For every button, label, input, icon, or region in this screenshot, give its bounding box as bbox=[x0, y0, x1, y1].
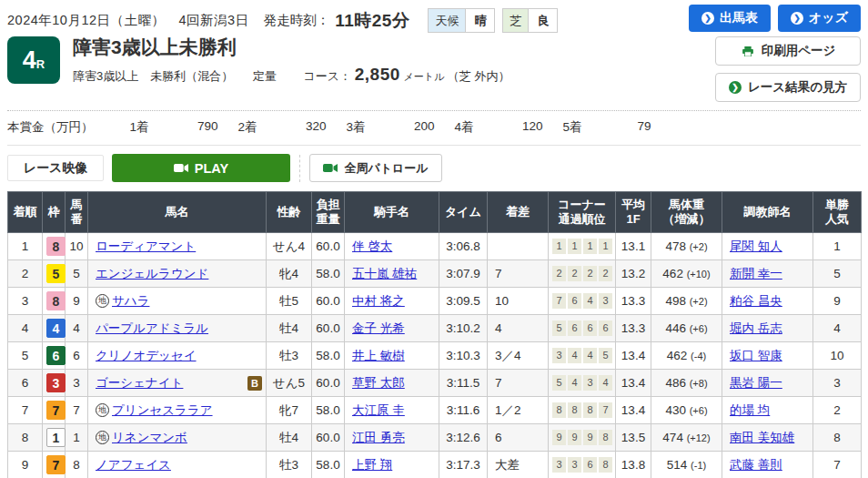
column-header: 性齢 bbox=[267, 192, 312, 233]
start-time-label: 発走時刻： bbox=[264, 12, 330, 29]
corner-position: 1 bbox=[599, 239, 612, 253]
trainer-link[interactable]: 武藤 善則 bbox=[730, 458, 782, 472]
corner-position: 8 bbox=[568, 402, 581, 417]
jockey-cell: 大江原 圭 bbox=[345, 397, 439, 424]
horse-name-link[interactable]: サハラ bbox=[112, 293, 149, 310]
corner-position: 3 bbox=[552, 348, 566, 362]
corner-position: 9 bbox=[552, 430, 566, 444]
weather-value: 晴 bbox=[465, 9, 494, 32]
jockey-link[interactable]: 伴 啓太 bbox=[352, 239, 392, 253]
race-video-button[interactable]: レース映像 bbox=[7, 155, 104, 181]
table-row: 255エンジェルラウンド牝458.0五十嵐 雄祐3:07.97222213.24… bbox=[8, 260, 862, 288]
column-header: 調教師名 bbox=[722, 192, 813, 233]
body-weight: 514 bbox=[667, 458, 691, 472]
print-page-button[interactable]: 印刷用ページ bbox=[715, 36, 861, 66]
prize-place: 4着 bbox=[455, 119, 474, 136]
body-weight-diff: (-1) bbox=[691, 460, 706, 471]
horse-name-link[interactable]: リネンマンボ bbox=[112, 430, 187, 446]
corner-position: 7 bbox=[552, 293, 566, 308]
column-header: 負担 重量 bbox=[312, 192, 345, 233]
horse-number: 5 bbox=[66, 260, 88, 288]
trainer-link[interactable]: 南田 美知雄 bbox=[730, 431, 794, 444]
corner-position: 8 bbox=[599, 457, 612, 472]
finish-position: 8 bbox=[8, 424, 43, 452]
finish-position: 3 bbox=[8, 288, 43, 315]
jockey-link[interactable]: 金子 光希 bbox=[352, 321, 405, 335]
horse-name-link[interactable]: プリンセスララア bbox=[112, 402, 213, 419]
win-popularity: 2 bbox=[813, 397, 862, 424]
prize-amount: 200 bbox=[404, 119, 435, 136]
prize-amount: 120 bbox=[512, 119, 543, 136]
trainer-cell: 坂口 智康 bbox=[722, 342, 813, 370]
horse-name-link[interactable]: ノアフェイス bbox=[96, 457, 171, 473]
finish-time: 3:12.6 bbox=[439, 424, 488, 452]
horse-name-link[interactable]: クリノオデッセイ bbox=[96, 348, 197, 364]
horse-name-link[interactable]: パープルアドミラル bbox=[96, 320, 208, 337]
body-weight-cell: 474 (+12) bbox=[651, 424, 722, 452]
horse-cell: ノアフェイス bbox=[88, 452, 267, 478]
jockey-link[interactable]: 大江原 圭 bbox=[352, 403, 405, 417]
odds-button[interactable]: ❯ オッズ bbox=[778, 5, 861, 32]
column-header: タイム bbox=[439, 192, 488, 233]
patrol-video-button[interactable]: 全周パトロール bbox=[309, 154, 442, 182]
odds-button-label: オッズ bbox=[809, 10, 848, 26]
corner-position: 5 bbox=[552, 375, 566, 390]
corners-cell: 5434 bbox=[549, 370, 616, 397]
course-note: （芝 外内） bbox=[448, 69, 510, 83]
finish-time: 3:10.3 bbox=[439, 342, 488, 370]
top-right-buttons: ❯ 出馬表 ❯ オッズ bbox=[689, 5, 861, 32]
jockey-cell: 金子 光希 bbox=[345, 315, 439, 342]
trainer-link[interactable]: 粕谷 昌央 bbox=[730, 294, 782, 308]
jockey-link[interactable]: 江田 勇亮 bbox=[352, 431, 405, 444]
corner-positions: 5666 bbox=[552, 320, 612, 335]
sex-age: 牝7 bbox=[267, 397, 312, 424]
jockey-link[interactable]: 五十嵐 雄祐 bbox=[352, 267, 417, 280]
race-date: 2024年10月12日（土曜） 4回新潟3日 bbox=[7, 12, 249, 29]
horse-name-cell: エンジェルラウンド bbox=[96, 266, 262, 282]
trainer-link[interactable]: 的場 均 bbox=[730, 403, 770, 417]
prize-amount: 320 bbox=[296, 119, 327, 136]
entries-button[interactable]: ❯ 出馬表 bbox=[689, 5, 771, 32]
carried-weight: 60.0 bbox=[312, 315, 345, 342]
patrol-label: 全周パトロール bbox=[344, 160, 428, 177]
horse-name-link[interactable]: ローディアマント bbox=[96, 239, 196, 255]
win-popularity: 7 bbox=[813, 452, 862, 478]
carried-weight: 60.0 bbox=[312, 370, 345, 397]
corner-position: 4 bbox=[583, 348, 597, 362]
horse-name-link[interactable]: エンジェルラウンド bbox=[96, 266, 208, 282]
corner-position: 6 bbox=[599, 320, 612, 335]
trainer-link[interactable]: 堀内 岳志 bbox=[730, 321, 782, 335]
jockey-link[interactable]: 中村 将之 bbox=[352, 294, 405, 308]
corners-cell: 8887 bbox=[549, 397, 616, 424]
corner-position: 9 bbox=[583, 430, 597, 444]
turf-label: 芝 bbox=[503, 9, 528, 32]
column-header: 馬名 bbox=[88, 192, 267, 233]
prize-item: 5着79 bbox=[543, 119, 651, 136]
frame-number-badge: 3 bbox=[46, 373, 66, 392]
sex-age: せん4 bbox=[267, 233, 312, 260]
body-weight-diff: (+8) bbox=[690, 378, 708, 389]
average-1f: 13.8 bbox=[616, 452, 651, 478]
result-guide-button[interactable]: ❯ レース結果の見方 bbox=[715, 73, 861, 102]
local-horse-mark: 地 bbox=[96, 294, 109, 308]
table-row: 978ノアフェイス牡358.0上野 翔3:17.3大差336813.8514 (… bbox=[8, 452, 862, 478]
jockey-cell: 草野 太郎 bbox=[345, 370, 439, 397]
trainer-link[interactable]: 新開 幸一 bbox=[730, 267, 782, 280]
table-header-row: 着順枠馬 番馬名性齢負担 重量騎手名タイム着差コーナー 通過順位平均 1F馬体重… bbox=[8, 192, 862, 233]
trainer-link[interactable]: 黒岩 陽一 bbox=[730, 376, 782, 390]
frame-cell: 7 bbox=[43, 397, 66, 424]
jockey-link[interactable]: 井上 敏樹 bbox=[352, 349, 405, 362]
arrow-circle-icon: ❯ bbox=[701, 12, 714, 25]
horse-name-link[interactable]: ゴーシェナイト bbox=[96, 375, 183, 392]
jockey-link[interactable]: 上野 翔 bbox=[352, 458, 392, 472]
play-button[interactable]: PLAY bbox=[112, 154, 290, 182]
trainer-link[interactable]: 坂口 智康 bbox=[730, 349, 782, 362]
carried-weight: 58.0 bbox=[312, 342, 345, 370]
video-camera-icon bbox=[323, 163, 338, 173]
jockey-cell: 伴 啓太 bbox=[345, 233, 439, 260]
win-popularity: 3 bbox=[813, 370, 862, 397]
trainer-link[interactable]: 尾関 知人 bbox=[730, 239, 782, 253]
corner-position: 6 bbox=[568, 320, 581, 335]
carried-weight: 58.0 bbox=[312, 397, 345, 424]
jockey-link[interactable]: 草野 太郎 bbox=[352, 376, 405, 390]
